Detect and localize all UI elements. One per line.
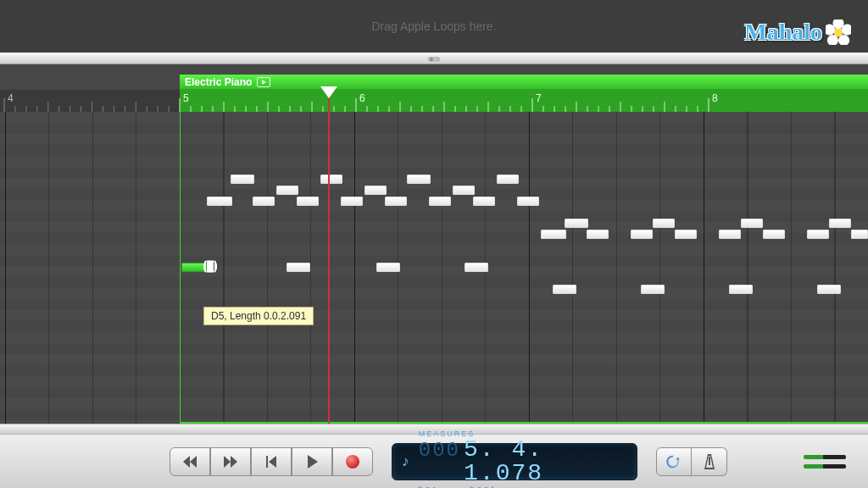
divider-grip-icon: [428, 57, 440, 62]
region-outline: [180, 112, 868, 424]
metronome-button[interactable]: [692, 447, 727, 476]
mahalo-watermark: Mahalo: [744, 19, 851, 46]
midi-note[interactable]: [587, 230, 609, 239]
midi-note[interactable]: [641, 285, 665, 294]
midi-note[interactable]: [817, 285, 841, 294]
midi-note[interactable]: [320, 175, 342, 184]
midi-note[interactable]: [807, 230, 829, 239]
svg-text:7: 7: [536, 92, 542, 104]
transport-bar: ♪ MEASURES 000 5. 4. 1.078 bar beat: [0, 434, 868, 488]
loop-drop-area[interactable]: Drag Apple Loops here.: [0, 0, 868, 53]
meter-right: [804, 464, 846, 469]
midi-note[interactable]: [253, 197, 275, 206]
midi-note[interactable]: [297, 197, 319, 206]
svg-text:8: 8: [712, 92, 718, 104]
midi-note[interactable]: [364, 186, 387, 195]
svg-text:4: 4: [8, 92, 14, 104]
region-name: Electric Piano: [185, 76, 252, 88]
midi-note[interactable]: [473, 197, 495, 206]
ruler-ticks: 45678: [0, 90, 868, 112]
region-play-icon[interactable]: [257, 77, 270, 87]
midi-note[interactable]: [631, 230, 653, 239]
record-button[interactable]: [332, 447, 373, 476]
drop-hint-text: Drag Apple Loops here.: [371, 19, 496, 33]
utility-buttons: [656, 447, 727, 476]
timeline-ruler[interactable]: 45678: [0, 90, 868, 112]
playhead-line[interactable]: [328, 98, 330, 424]
go-to-start-button[interactable]: [251, 447, 292, 476]
region-header[interactable]: Electric Piano: [180, 75, 868, 90]
midi-note[interactable]: [741, 219, 763, 228]
midi-note[interactable]: [729, 285, 753, 294]
midi-note[interactable]: [541, 230, 566, 239]
midi-note[interactable]: [207, 197, 232, 206]
midi-note[interactable]: [675, 230, 697, 239]
piano-roll-editor[interactable]: D5, Length 0.0.2.091: [0, 112, 868, 424]
midi-note[interactable]: [231, 175, 254, 184]
midi-note[interactable]: [385, 197, 407, 206]
midi-note[interactable]: [497, 175, 519, 184]
note-tooltip: D5, Length 0.0.2.091: [203, 307, 314, 325]
midi-note[interactable]: [829, 219, 851, 228]
tooltip-text: D5, Length 0.0.2.091: [211, 310, 306, 322]
midi-note[interactable]: [565, 219, 588, 228]
midi-note[interactable]: [517, 197, 539, 206]
midi-note[interactable]: [851, 230, 868, 239]
svg-text:6: 6: [359, 92, 365, 104]
flower-icon: [826, 19, 851, 45]
meter-left: [804, 455, 846, 459]
midi-note[interactable]: [376, 263, 400, 272]
level-meter: [804, 455, 846, 469]
lcd-sub-bar: bar: [419, 485, 439, 488]
lcd-display[interactable]: ♪ MEASURES 000 5. 4. 1.078 bar beat: [392, 443, 637, 480]
midi-note[interactable]: [341, 197, 363, 206]
midi-note[interactable]: [407, 175, 431, 184]
transport-buttons: [170, 447, 373, 476]
midi-note[interactable]: [276, 186, 298, 195]
playhead-marker-icon[interactable]: [320, 86, 337, 98]
record-icon: [346, 455, 359, 469]
midi-note[interactable]: [719, 230, 741, 239]
pane-divider[interactable]: [0, 53, 868, 64]
svg-text:5: 5: [183, 92, 189, 104]
rewind-button[interactable]: [170, 447, 210, 476]
note-resize-handle-icon[interactable]: [203, 261, 217, 275]
midi-note[interactable]: [553, 285, 576, 294]
watermark-text: Mahalo: [744, 19, 822, 46]
midi-note[interactable]: [465, 263, 488, 272]
fast-forward-button[interactable]: [210, 447, 251, 476]
play-button[interactable]: [292, 447, 332, 476]
lcd-sub-beat: beat: [470, 485, 498, 488]
midi-note[interactable]: [763, 230, 785, 239]
svg-rect-70: [709, 457, 710, 465]
midi-note[interactable]: [429, 197, 451, 206]
lcd-dim-digits: 000: [419, 441, 460, 461]
cycle-button[interactable]: [656, 447, 692, 476]
midi-note[interactable]: [653, 219, 675, 228]
midi-note[interactable]: [453, 186, 475, 195]
note-icon: ♪: [401, 453, 410, 470]
midi-note[interactable]: [287, 263, 310, 272]
lcd-position: 5. 4. 1.078: [464, 438, 628, 485]
